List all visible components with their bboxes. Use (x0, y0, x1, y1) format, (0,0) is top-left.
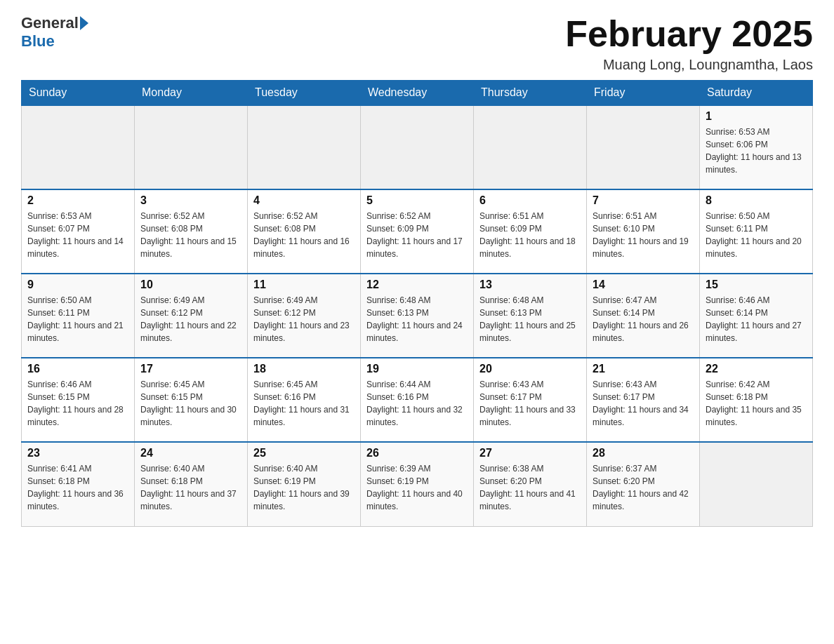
calendar-cell: 7Sunrise: 6:51 AMSunset: 6:10 PMDaylight… (587, 189, 700, 274)
day-info: Sunrise: 6:53 AMSunset: 6:06 PMDaylight:… (706, 126, 807, 176)
calendar-cell (248, 105, 361, 189)
calendar-cell: 17Sunrise: 6:45 AMSunset: 6:15 PMDayligh… (135, 358, 248, 442)
day-number: 8 (706, 194, 807, 207)
day-number: 24 (140, 447, 241, 459)
day-info: Sunrise: 6:43 AMSunset: 6:17 PMDaylight:… (479, 378, 581, 429)
day-info: Sunrise: 6:51 AMSunset: 6:09 PMDaylight:… (479, 210, 581, 260)
calendar-cell: 14Sunrise: 6:47 AMSunset: 6:14 PMDayligh… (587, 274, 700, 358)
calendar-header-monday: Monday (135, 81, 248, 106)
calendar-cell (700, 442, 813, 526)
day-number: 1 (706, 110, 807, 123)
day-number: 19 (366, 363, 468, 375)
day-info: Sunrise: 6:46 AMSunset: 6:15 PMDaylight:… (27, 378, 128, 429)
calendar-cell: 8Sunrise: 6:50 AMSunset: 6:11 PMDaylight… (700, 189, 813, 274)
calendar-cell: 3Sunrise: 6:52 AMSunset: 6:08 PMDaylight… (135, 189, 248, 274)
day-info: Sunrise: 6:45 AMSunset: 6:16 PMDaylight:… (253, 378, 355, 429)
location: Muang Long, Loungnamtha, Laos (565, 57, 813, 73)
calendar-header-row: SundayMondayTuesdayWednesdayThursdayFrid… (22, 81, 813, 106)
calendar-header-sunday: Sunday (22, 81, 135, 106)
day-info: Sunrise: 6:52 AMSunset: 6:09 PMDaylight:… (366, 210, 468, 260)
calendar-cell: 11Sunrise: 6:49 AMSunset: 6:12 PMDayligh… (248, 274, 361, 358)
day-number: 21 (593, 363, 694, 375)
day-info: Sunrise: 6:52 AMSunset: 6:08 PMDaylight:… (140, 210, 241, 260)
calendar-cell: 19Sunrise: 6:44 AMSunset: 6:16 PMDayligh… (361, 358, 474, 442)
calendar-cell: 23Sunrise: 6:41 AMSunset: 6:18 PMDayligh… (22, 442, 135, 526)
calendar-week-row: 16Sunrise: 6:46 AMSunset: 6:15 PMDayligh… (22, 358, 813, 442)
day-number: 16 (27, 363, 128, 375)
calendar-cell: 27Sunrise: 6:38 AMSunset: 6:20 PMDayligh… (474, 442, 587, 526)
calendar-cell: 24Sunrise: 6:40 AMSunset: 6:18 PMDayligh… (135, 442, 248, 526)
calendar-cell: 18Sunrise: 6:45 AMSunset: 6:16 PMDayligh… (248, 358, 361, 442)
day-number: 3 (140, 194, 241, 207)
month-title: February 2025 (565, 14, 813, 54)
day-number: 18 (253, 363, 355, 375)
calendar-cell: 28Sunrise: 6:37 AMSunset: 6:20 PMDayligh… (587, 442, 700, 526)
calendar-cell: 13Sunrise: 6:48 AMSunset: 6:13 PMDayligh… (474, 274, 587, 358)
day-number: 17 (140, 363, 241, 375)
calendar-cell: 4Sunrise: 6:52 AMSunset: 6:08 PMDaylight… (248, 189, 361, 274)
calendar-cell: 1Sunrise: 6:53 AMSunset: 6:06 PMDaylight… (700, 105, 813, 189)
calendar-cell: 15Sunrise: 6:46 AMSunset: 6:14 PMDayligh… (700, 274, 813, 358)
day-number: 10 (140, 279, 241, 291)
day-number: 15 (706, 279, 807, 291)
day-info: Sunrise: 6:52 AMSunset: 6:08 PMDaylight:… (253, 210, 355, 260)
day-number: 20 (479, 363, 581, 375)
day-info: Sunrise: 6:40 AMSunset: 6:19 PMDaylight:… (253, 462, 355, 513)
calendar-cell: 22Sunrise: 6:42 AMSunset: 6:18 PMDayligh… (700, 358, 813, 442)
day-info: Sunrise: 6:48 AMSunset: 6:13 PMDaylight:… (479, 294, 581, 344)
day-info: Sunrise: 6:47 AMSunset: 6:14 PMDaylight:… (593, 294, 694, 344)
calendar-header-saturday: Saturday (700, 81, 813, 106)
calendar-cell (361, 105, 474, 189)
day-info: Sunrise: 6:51 AMSunset: 6:10 PMDaylight:… (593, 210, 694, 260)
day-info: Sunrise: 6:44 AMSunset: 6:16 PMDaylight:… (366, 378, 468, 429)
logo-general: General (21, 14, 79, 32)
calendar-cell (135, 105, 248, 189)
day-info: Sunrise: 6:49 AMSunset: 6:12 PMDaylight:… (253, 294, 355, 344)
day-number: 6 (479, 194, 581, 207)
title-block: February 2025 Muang Long, Loungnamtha, L… (565, 14, 813, 73)
calendar-cell: 9Sunrise: 6:50 AMSunset: 6:11 PMDaylight… (22, 274, 135, 358)
calendar-cell: 21Sunrise: 6:43 AMSunset: 6:17 PMDayligh… (587, 358, 700, 442)
day-info: Sunrise: 6:49 AMSunset: 6:12 PMDaylight:… (140, 294, 241, 344)
day-info: Sunrise: 6:37 AMSunset: 6:20 PMDaylight:… (593, 462, 694, 513)
logo-blue: Blue (21, 32, 55, 51)
day-info: Sunrise: 6:53 AMSunset: 6:07 PMDaylight:… (27, 210, 128, 260)
day-info: Sunrise: 6:39 AMSunset: 6:19 PMDaylight:… (366, 462, 468, 513)
day-info: Sunrise: 6:43 AMSunset: 6:17 PMDaylight:… (593, 378, 694, 429)
day-number: 28 (593, 447, 694, 459)
calendar-header-tuesday: Tuesday (248, 81, 361, 106)
logo-arrow-icon (80, 16, 88, 30)
calendar-cell: 26Sunrise: 6:39 AMSunset: 6:19 PMDayligh… (361, 442, 474, 526)
day-number: 23 (27, 447, 128, 459)
day-info: Sunrise: 6:50 AMSunset: 6:11 PMDaylight:… (706, 210, 807, 260)
day-number: 9 (27, 279, 128, 291)
calendar-cell: 12Sunrise: 6:48 AMSunset: 6:13 PMDayligh… (361, 274, 474, 358)
day-info: Sunrise: 6:46 AMSunset: 6:14 PMDaylight:… (706, 294, 807, 344)
calendar-header-thursday: Thursday (474, 81, 587, 106)
calendar-cell: 6Sunrise: 6:51 AMSunset: 6:09 PMDaylight… (474, 189, 587, 274)
calendar-cell (474, 105, 587, 189)
logo: General Blue (21, 14, 88, 51)
day-number: 7 (593, 194, 694, 207)
day-number: 13 (479, 279, 581, 291)
day-info: Sunrise: 6:50 AMSunset: 6:11 PMDaylight:… (27, 294, 128, 344)
day-info: Sunrise: 6:40 AMSunset: 6:18 PMDaylight:… (140, 462, 241, 513)
calendar-cell (22, 105, 135, 189)
calendar-cell: 2Sunrise: 6:53 AMSunset: 6:07 PMDaylight… (22, 189, 135, 274)
day-info: Sunrise: 6:45 AMSunset: 6:15 PMDaylight:… (140, 378, 241, 429)
day-number: 14 (593, 279, 694, 291)
day-number: 4 (253, 194, 355, 207)
calendar-table: SundayMondayTuesdayWednesdayThursdayFrid… (21, 80, 813, 527)
calendar-cell: 10Sunrise: 6:49 AMSunset: 6:12 PMDayligh… (135, 274, 248, 358)
calendar-week-row: 2Sunrise: 6:53 AMSunset: 6:07 PMDaylight… (22, 189, 813, 274)
day-info: Sunrise: 6:48 AMSunset: 6:13 PMDaylight:… (366, 294, 468, 344)
calendar-week-row: 1Sunrise: 6:53 AMSunset: 6:06 PMDaylight… (22, 105, 813, 189)
day-number: 11 (253, 279, 355, 291)
day-number: 25 (253, 447, 355, 459)
day-number: 26 (366, 447, 468, 459)
calendar-cell (587, 105, 700, 189)
calendar-week-row: 9Sunrise: 6:50 AMSunset: 6:11 PMDaylight… (22, 274, 813, 358)
calendar-header-friday: Friday (587, 81, 700, 106)
calendar-cell: 5Sunrise: 6:52 AMSunset: 6:09 PMDaylight… (361, 189, 474, 274)
day-number: 2 (27, 194, 128, 207)
